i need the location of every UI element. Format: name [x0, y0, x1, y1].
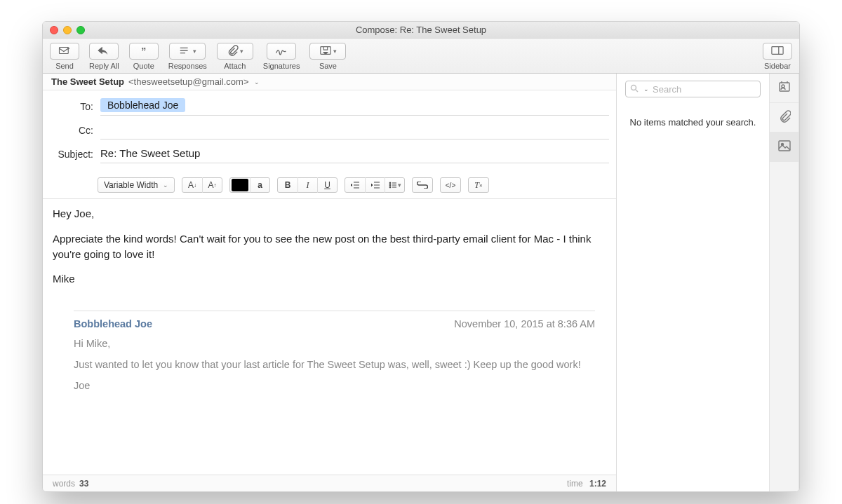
to-field[interactable]: Bobblehead Joe — [100, 97, 609, 116]
recipient-token[interactable]: Bobblehead Joe — [100, 98, 185, 112]
chevron-down-icon: ▾ — [193, 48, 196, 55]
sidebar: ⌄ Search No items matched your search. — [617, 74, 799, 491]
chevron-down-icon: ⌄ — [163, 182, 168, 189]
contacts-icon — [778, 81, 791, 95]
signatures-button[interactable]: Signatures — [263, 43, 300, 70]
format-toolbar: Variable Width ⌄ A↓ A↑ a B I U — [43, 173, 616, 199]
clear-format-icon: T× — [469, 177, 488, 193]
svg-line-20 — [636, 90, 638, 92]
indent-button[interactable] — [365, 177, 385, 193]
style-group: B I U — [277, 177, 338, 193]
contacts-tab[interactable] — [770, 74, 798, 103]
compose-window: Compose: Re: The Sweet Setup Send Reply … — [42, 21, 800, 492]
link-icon — [413, 177, 432, 193]
list-menu-button[interactable]: ▾ — [385, 177, 404, 193]
list-group: ▾ — [345, 177, 405, 193]
image-icon — [778, 139, 791, 154]
compose-panel: The Sweet Setup <thesweetsetup@gmail.com… — [43, 74, 617, 491]
chevron-down-icon: ⌄ — [643, 86, 649, 93]
svg-rect-5 — [772, 47, 783, 55]
reply-all-icon — [98, 45, 110, 57]
quote-icon: ” — [141, 46, 146, 57]
text-color-button[interactable] — [230, 177, 250, 193]
subject-field[interactable]: Re: The Sweet Setup — [100, 145, 609, 163]
bold-button[interactable]: B — [278, 177, 298, 193]
signature-icon — [275, 45, 288, 57]
sidebar-icon — [771, 45, 784, 57]
cc-field[interactable] — [100, 121, 609, 139]
quote-button[interactable]: ” Quote — [129, 43, 159, 70]
responses-icon — [179, 45, 192, 57]
color-group: a — [229, 177, 270, 193]
svg-point-19 — [632, 85, 636, 90]
message-body[interactable]: Hey Joe, Appreciate the kind words! Can'… — [43, 199, 616, 304]
clear-format-button[interactable]: T× — [468, 177, 489, 193]
code-icon: </> — [441, 177, 460, 193]
save-icon — [319, 45, 332, 57]
status-bar: words 33 time 1:12 — [43, 475, 616, 491]
chevron-down-icon: ▾ — [240, 48, 243, 55]
word-count-label: words — [53, 479, 75, 489]
font-family-select[interactable]: Variable Width ⌄ — [98, 177, 175, 193]
search-icon — [630, 84, 639, 95]
svg-point-15 — [389, 186, 391, 188]
underline-button[interactable]: U — [317, 177, 337, 193]
reply-all-button[interactable]: Reply All — [89, 43, 119, 70]
svg-point-14 — [389, 184, 391, 186]
window-title: Compose: Re: The Sweet Setup — [43, 25, 799, 35]
link-button[interactable] — [412, 177, 433, 193]
sidebar-search-input[interactable]: ⌄ Search — [625, 81, 761, 97]
from-account-selector[interactable]: The Sweet Setup <thesweetsetup@gmail.com… — [43, 74, 616, 90]
subject-label: Subject: — [50, 149, 93, 160]
italic-button[interactable]: I — [298, 177, 317, 193]
attachments-tab[interactable] — [770, 103, 798, 132]
time-label: time — [567, 479, 583, 489]
titlebar: Compose: Re: The Sweet Setup — [43, 22, 799, 39]
to-label: To: — [50, 101, 93, 112]
attach-button[interactable]: ▾ Attach — [217, 43, 253, 70]
paperclip-icon — [778, 110, 791, 125]
toolbar: Send Reply All ” Quote ▾ Responses ▾ Att… — [43, 39, 799, 74]
svg-rect-23 — [779, 141, 790, 151]
responses-button[interactable]: ▾ Responses — [168, 43, 207, 70]
color-swatch-icon — [232, 179, 248, 191]
highlight-color-button[interactable]: a — [250, 177, 269, 193]
send-icon — [58, 45, 71, 57]
sidebar-toggle-button[interactable]: Sidebar — [763, 43, 792, 70]
images-tab[interactable] — [770, 132, 798, 162]
increase-font-button[interactable]: A↑ — [202, 177, 222, 193]
quoted-date: November 10, 2015 at 8:36 AM — [454, 318, 595, 329]
svg-rect-0 — [60, 48, 69, 54]
paperclip-icon — [226, 45, 239, 57]
send-button[interactable]: Send — [50, 43, 79, 70]
quoted-sender: Bobblehead Joe — [74, 318, 152, 329]
cc-label: Cc: — [50, 125, 93, 136]
word-count-value: 33 — [79, 479, 88, 489]
chevron-down-icon: ⌄ — [254, 79, 260, 86]
outdent-button[interactable] — [345, 177, 365, 193]
chevron-down-icon: ▾ — [333, 48, 337, 55]
sidebar-tab-strip — [769, 74, 798, 491]
font-size-group: A↓ A↑ — [182, 177, 222, 193]
quoted-message: Bobblehead Joe November 10, 2015 at 8:36… — [74, 311, 595, 401]
code-button[interactable]: </> — [440, 177, 461, 193]
time-value: 1:12 — [589, 479, 606, 489]
save-button[interactable]: ▾ Save — [309, 43, 346, 70]
svg-point-13 — [389, 182, 391, 184]
chevron-down-icon: ▾ — [398, 182, 401, 189]
decrease-font-button[interactable]: A↓ — [182, 177, 202, 193]
sidebar-empty-message: No items matched your search. — [625, 117, 761, 128]
svg-point-22 — [782, 85, 784, 88]
